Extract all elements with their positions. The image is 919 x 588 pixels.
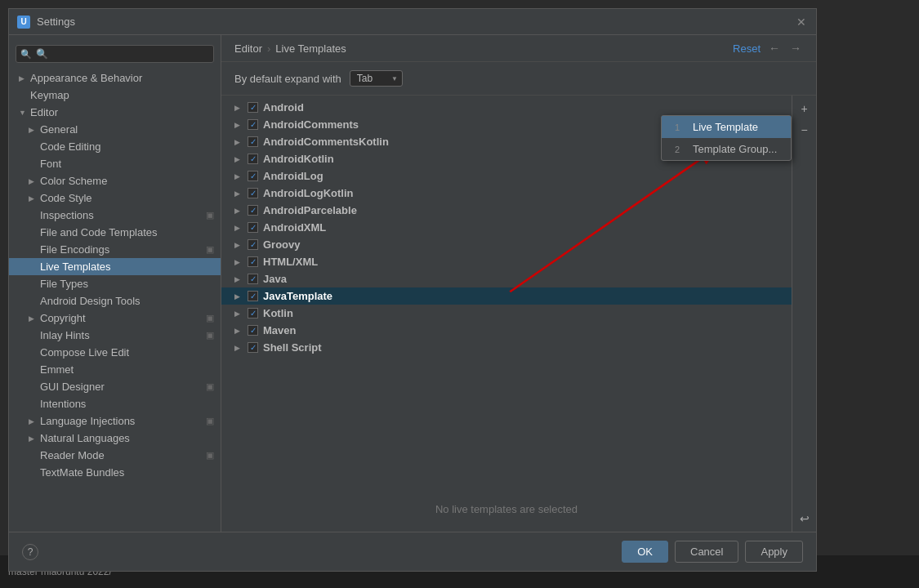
popup-item-live-template[interactable]: 1 Live Template xyxy=(662,116,791,138)
template-checkbox[interactable] xyxy=(248,291,258,301)
search-icon: 🔍 xyxy=(20,49,32,60)
sidebar-item-appearance[interactable]: Appearance & Behavior xyxy=(9,69,221,87)
nav-back-button[interactable]: ← xyxy=(767,42,782,55)
sidebar-item-code-editing[interactable]: Code Editing xyxy=(9,138,221,155)
sidebar-item-font[interactable]: Font xyxy=(9,155,221,172)
expand-with-select[interactable]: Tab Space Enter xyxy=(350,70,403,87)
template-chevron xyxy=(234,121,243,129)
popup-item-label-1: Live Template xyxy=(693,121,758,133)
expand-with-bar: By default expand with Tab Space Enter xyxy=(221,62,816,96)
template-item-groovy[interactable]: Groovy xyxy=(221,236,792,253)
template-checkbox[interactable] xyxy=(248,256,258,267)
template-name: AndroidCommentsKotlin xyxy=(263,136,389,148)
settings-icon: ▣ xyxy=(206,330,214,341)
chevron-icon xyxy=(29,194,37,203)
nav-forward-button[interactable]: → xyxy=(788,42,803,55)
sidebar-item-label: Emmet xyxy=(40,363,214,376)
sidebar-item-live-templates[interactable]: Live Templates xyxy=(9,258,221,275)
popup-item-num-1: 1 xyxy=(675,122,686,132)
cancel-button[interactable]: Cancel xyxy=(675,541,738,563)
template-checkbox[interactable] xyxy=(248,171,258,181)
template-item-android-log-kotlin[interactable]: AndroidLogKotlin xyxy=(221,185,792,202)
sidebar-item-label: Inspections xyxy=(40,209,203,221)
template-checkbox[interactable] xyxy=(248,308,258,318)
template-item-android-parcelable[interactable]: AndroidParcelable xyxy=(221,202,792,219)
search-input[interactable] xyxy=(16,45,214,63)
chevron-icon xyxy=(29,434,37,443)
sidebar-item-label: Copyright xyxy=(40,312,203,324)
expand-with-label: By default expand with xyxy=(234,73,341,85)
sidebar-item-code-style[interactable]: Code Style xyxy=(9,189,221,207)
template-checkbox[interactable] xyxy=(248,274,258,284)
template-checkbox[interactable] xyxy=(248,136,258,147)
template-checkbox[interactable] xyxy=(248,102,258,113)
settings-dialog: U Settings ✕ 🔍 Appearance & BehaviorKeym… xyxy=(8,8,817,572)
close-button[interactable]: ✕ xyxy=(795,16,808,29)
template-checkbox[interactable] xyxy=(248,188,258,198)
template-chevron xyxy=(234,275,243,283)
breadcrumb-separator: › xyxy=(267,42,270,55)
template-item-kotlin[interactable]: Kotlin xyxy=(221,305,792,322)
template-item-html-xml[interactable]: HTML/XML xyxy=(221,253,792,270)
sidebar-item-inlay-hints[interactable]: Inlay Hints▣ xyxy=(9,327,221,344)
undo-button[interactable]: ↩ xyxy=(795,509,814,528)
template-checkbox[interactable] xyxy=(248,239,258,250)
sidebar-item-inspections[interactable]: Inspections▣ xyxy=(9,207,221,224)
template-name: Java xyxy=(263,273,287,285)
template-checkbox[interactable] xyxy=(248,154,258,164)
template-checkbox[interactable] xyxy=(248,119,258,130)
sidebar-item-editor[interactable]: Editor xyxy=(9,104,221,121)
remove-button[interactable]: − xyxy=(795,120,814,140)
settings-icon: ▣ xyxy=(206,450,214,461)
apply-button[interactable]: Apply xyxy=(745,541,803,563)
ok-button[interactable]: OK xyxy=(622,541,668,563)
main-panel: Editor › Live Templates Reset ← → By def… xyxy=(221,35,816,532)
sidebar-item-reader-mode[interactable]: Reader Mode▣ xyxy=(9,447,221,464)
sidebar-item-natural-languages[interactable]: Natural Languages xyxy=(9,430,221,447)
sidebar-item-label: Live Templates xyxy=(40,261,214,273)
footer-right: OK Cancel Apply xyxy=(622,541,803,563)
template-item-android[interactable]: Android xyxy=(221,99,792,116)
template-checkbox[interactable] xyxy=(248,222,258,233)
sidebar-item-intentions[interactable]: Intentions xyxy=(9,395,221,412)
template-item-maven[interactable]: Maven xyxy=(221,322,792,339)
sidebar-item-keymap[interactable]: Keymap xyxy=(9,87,221,104)
sidebar-item-general[interactable]: General xyxy=(9,121,221,138)
template-item-java[interactable]: Java xyxy=(221,270,792,287)
sidebar-item-language-injections[interactable]: Language Injections▣ xyxy=(9,412,221,430)
popup-item-template-group[interactable]: 2 Template Group... xyxy=(662,138,791,160)
chevron-icon xyxy=(19,109,27,117)
add-button[interactable]: + xyxy=(795,99,814,118)
sidebar-item-emmet[interactable]: Emmet xyxy=(9,361,221,378)
sidebar-item-gui-designer[interactable]: GUI Designer▣ xyxy=(9,378,221,395)
template-checkbox[interactable] xyxy=(248,325,258,336)
sidebar-item-file-encodings[interactable]: File Encodings▣ xyxy=(9,241,221,258)
template-name: AndroidComments xyxy=(263,118,359,131)
sidebar-item-label: Appearance & Behavior xyxy=(30,72,214,84)
chevron-icon xyxy=(29,417,37,425)
sidebar-item-file-code-templates[interactable]: File and Code Templates xyxy=(9,224,221,241)
sidebar-item-label: Keymap xyxy=(30,89,214,101)
chevron-icon xyxy=(29,314,37,323)
template-item-android-xml[interactable]: AndroidXML xyxy=(221,219,792,236)
reset-button[interactable]: Reset xyxy=(733,42,761,55)
sidebar-item-compose-live-edit[interactable]: Compose Live Edit xyxy=(9,344,221,361)
sidebar-item-color-scheme[interactable]: Color Scheme xyxy=(9,172,221,189)
template-checkbox[interactable] xyxy=(248,205,258,216)
sidebar-item-textmate-bundles[interactable]: TextMate Bundles xyxy=(9,464,221,481)
sidebar-item-copyright[interactable]: Copyright▣ xyxy=(9,310,221,327)
breadcrumb-actions: Reset ← → xyxy=(733,42,803,55)
sidebar-item-label: Font xyxy=(40,158,214,170)
help-button[interactable]: ? xyxy=(22,544,38,560)
template-item-shell-script[interactable]: Shell Script xyxy=(221,339,792,356)
template-item-java-template[interactable]: JavaTemplate xyxy=(221,287,792,305)
sidebar-item-android-design-tools[interactable]: Android Design Tools xyxy=(9,292,221,310)
dialog-title: Settings xyxy=(37,16,75,28)
search-box: 🔍 xyxy=(16,45,214,63)
sidebar-item-file-types[interactable]: File Types xyxy=(9,275,221,292)
sidebar-item-label: Inlay Hints xyxy=(40,329,203,341)
template-checkbox[interactable] xyxy=(248,342,258,353)
sidebar-item-label: GUI Designer xyxy=(40,381,203,393)
template-item-android-log[interactable]: AndroidLog xyxy=(221,167,792,185)
dialog-footer: ? OK Cancel Apply xyxy=(9,532,816,571)
